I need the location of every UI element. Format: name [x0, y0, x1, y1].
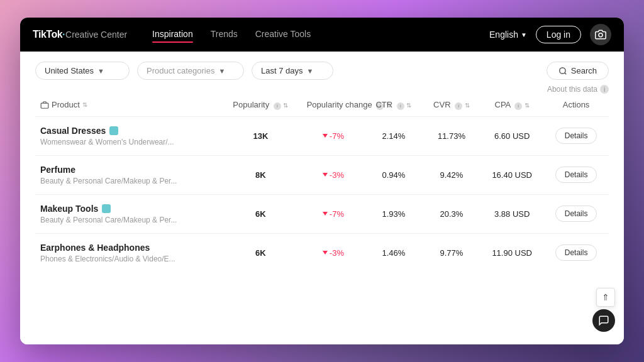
sort-icon[interactable]: ⇅	[465, 102, 470, 109]
cpa-cell: 6.60 USD	[480, 116, 543, 155]
th-popularity-change: Popularity change i ⇅	[302, 94, 365, 116]
nav-links: Inspiration Trends Creative Tools	[152, 29, 489, 40]
actions-cell: Details	[543, 194, 609, 233]
chevron-down-icon: ▼	[307, 67, 314, 75]
cvr-cell: 9.77%	[423, 233, 481, 272]
arrow-down-icon	[323, 251, 328, 255]
details-button[interactable]: Details	[555, 128, 597, 144]
info-icon: i	[274, 102, 281, 110]
navbar-right: English ▼ Log in	[489, 24, 611, 45]
ctr-cell: 2.14%	[365, 116, 423, 155]
change-cell: -7%	[302, 116, 365, 155]
table-row: Makeup Tools Beauty & Personal Care/Make…	[35, 194, 609, 233]
language-selector[interactable]: English ▼	[489, 30, 527, 40]
sort-icon[interactable]: ⇅	[82, 101, 87, 108]
product-cell: Perfume Beauty & Personal Care/Makeup & …	[35, 155, 219, 194]
details-button[interactable]: Details	[555, 244, 597, 261]
product-cell: Makeup Tools Beauty & Personal Care/Make…	[35, 194, 219, 233]
brand-logo: TikTok· Creative Center	[33, 29, 127, 40]
arrow-down-icon	[323, 212, 328, 216]
arrow-down-icon	[323, 173, 328, 177]
products-table: Product ⇅ Popularity i ⇅ Popularity chan…	[35, 94, 609, 272]
th-product: Product ⇅	[35, 94, 219, 116]
sort-icon[interactable]: ⇅	[525, 102, 530, 109]
brand-name: TikTok·	[33, 29, 65, 40]
login-button[interactable]: Log in	[536, 26, 581, 43]
chevron-down-icon: ▼	[97, 67, 104, 75]
product-cell: Casual Dresses Womenswear & Women's Unde…	[35, 116, 219, 155]
search-button[interactable]: Search	[547, 62, 609, 80]
svg-point-0	[599, 33, 602, 37]
scroll-up-button[interactable]: ⇑	[596, 288, 615, 307]
actions-cell: Details	[543, 155, 609, 194]
svg-point-1	[560, 67, 565, 73]
brand-subtitle: Creative Center	[65, 30, 127, 40]
chevron-down-icon: ▼	[218, 67, 225, 75]
details-button[interactable]: Details	[555, 206, 597, 222]
product-subcategory: Beauty & Personal Care/Makeup & Per...	[40, 216, 214, 224]
product-subcategory: Womenswear & Women's Underwear/...	[40, 138, 214, 146]
th-cvr: CVR i ⇅	[423, 94, 481, 116]
actions-cell: Details	[543, 233, 609, 272]
th-cpa: CPA i ⇅	[480, 94, 543, 116]
change-cell: -3%	[302, 233, 365, 272]
info-icon: i	[397, 102, 404, 110]
product-subcategory: Phones & Electronics/Audio & Video/E...	[40, 255, 214, 263]
svg-rect-3	[41, 103, 48, 108]
box-icon	[40, 101, 49, 109]
nav-inspiration[interactable]: Inspiration	[152, 29, 193, 40]
camera-icon[interactable]	[590, 24, 611, 45]
cpa-cell: 16.40 USD	[480, 155, 543, 194]
search-icon	[558, 67, 567, 75]
cvr-cell: 11.73%	[423, 116, 481, 155]
popularity-cell: 6K	[219, 194, 302, 233]
change-cell: -3%	[302, 155, 365, 194]
table-row: Casual Dresses Womenswear & Women's Unde…	[35, 116, 609, 155]
product-tag	[109, 126, 118, 135]
popularity-cell: 13K	[219, 116, 302, 155]
ctr-cell: 1.46%	[365, 233, 423, 272]
th-actions: Actions	[543, 94, 609, 116]
product-subcategory: Beauty & Personal Care/Makeup & Per...	[40, 177, 214, 185]
main-content: United States ▼ Product categories ▼ Las…	[20, 52, 624, 344]
details-button[interactable]: Details	[555, 167, 597, 183]
about-data-row: About this data i	[20, 85, 624, 94]
table-row: Perfume Beauty & Personal Care/Makeup & …	[35, 155, 609, 194]
product-tag	[102, 204, 111, 213]
table-header-row: Product ⇅ Popularity i ⇅ Popularity chan…	[35, 94, 609, 116]
cpa-cell: 11.90 USD	[480, 233, 543, 272]
th-popularity: Popularity i ⇅	[219, 94, 302, 116]
chat-button[interactable]	[592, 309, 615, 332]
ctr-cell: 0.94%	[365, 155, 423, 194]
popularity-cell: 8K	[219, 155, 302, 194]
product-cell: Earphones & Headphones Phones & Electron…	[35, 233, 219, 272]
content-area: United States ▼ Product categories ▼ Las…	[20, 52, 624, 344]
info-icon: i	[514, 102, 522, 110]
filters-row: United States ▼ Product categories ▼ Las…	[20, 52, 624, 85]
cvr-cell: 9.42%	[423, 155, 481, 194]
sort-icon[interactable]: ⇅	[283, 102, 288, 109]
products-table-wrap: Product ⇅ Popularity i ⇅ Popularity chan…	[20, 94, 624, 272]
cpa-cell: 3.88 USD	[480, 194, 543, 233]
navbar: TikTok· Creative Center Inspiration Tren…	[20, 18, 624, 52]
category-filter[interactable]: Product categories ▼	[137, 62, 244, 80]
days-filter[interactable]: Last 7 days ▼	[252, 62, 333, 80]
svg-line-2	[565, 72, 567, 74]
change-cell: -7%	[302, 194, 365, 233]
nav-trends[interactable]: Trends	[211, 29, 238, 40]
table-row: Earphones & Headphones Phones & Electron…	[35, 233, 609, 272]
ctr-cell: 1.93%	[365, 194, 423, 233]
info-icon: i	[455, 102, 462, 110]
cvr-cell: 20.3%	[423, 194, 481, 233]
popularity-cell: 6K	[219, 233, 302, 272]
chevron-down-icon: ▼	[521, 31, 527, 38]
arrow-down-icon	[323, 134, 328, 138]
nav-creative-tools[interactable]: Creative Tools	[255, 29, 311, 40]
sort-icon[interactable]: ⇅	[406, 102, 411, 109]
actions-cell: Details	[543, 116, 609, 155]
info-icon: i	[600, 85, 609, 94]
country-filter[interactable]: United States ▼	[35, 62, 130, 80]
